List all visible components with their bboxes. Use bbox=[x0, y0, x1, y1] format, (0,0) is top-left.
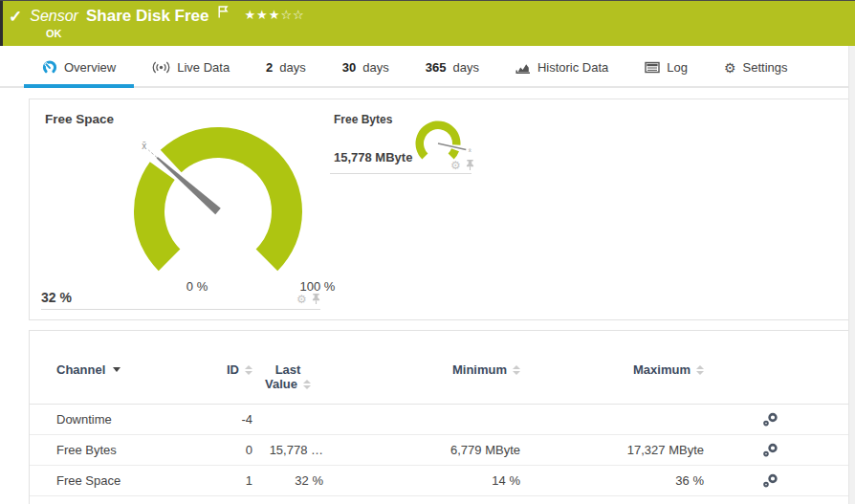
svg-text:x̄: x̄ bbox=[469, 147, 471, 153]
sort-arrows-icon bbox=[513, 365, 520, 375]
gauges-panel: Free Space x̄ 0 % 100 % 32 % ⚙ Free Byte… bbox=[29, 99, 849, 320]
free-space-gauge-controls: ⚙ bbox=[296, 293, 321, 305]
tab-overview[interactable]: Overview bbox=[24, 59, 134, 86]
channel-id: -4 bbox=[211, 412, 252, 427]
tab-365-days[interactable]: 365 days bbox=[407, 60, 497, 86]
channels-table: Channel ID Last Value Minimum Ma bbox=[30, 362, 848, 496]
free-space-current-value: 32 % bbox=[41, 290, 72, 305]
free-bytes-gauge-title: Free Bytes bbox=[334, 113, 392, 126]
column-header-minimum[interactable]: Minimum bbox=[323, 362, 520, 377]
tab-30-days[interactable]: 30 days bbox=[324, 60, 407, 86]
free-bytes-current-value: 15,778 MByte bbox=[334, 150, 412, 164]
active-tab-underline bbox=[24, 84, 134, 88]
channel-last-value: 32 % bbox=[252, 473, 323, 488]
gauge-icon bbox=[42, 59, 57, 75]
sensor-name: Share Disk Free bbox=[86, 7, 209, 26]
table-row-downtime[interactable]: Downtime -4 bbox=[30, 405, 848, 435]
svg-text:x̄: x̄ bbox=[142, 141, 146, 151]
channel-settings-icon[interactable] bbox=[762, 412, 779, 427]
channel-maximum: 36 % bbox=[520, 473, 704, 488]
gauge-settings-gear-icon[interactable]: ⚙ bbox=[296, 294, 307, 305]
gear-icon: ⚙ bbox=[724, 61, 736, 75]
channel-maximum: 17,327 MByte bbox=[520, 443, 704, 457]
sort-arrows-icon bbox=[245, 365, 252, 375]
scrollbar[interactable] bbox=[848, 46, 855, 504]
gauge-footer-divider bbox=[41, 309, 320, 310]
table-row-free-space[interactable]: Free Space 1 32 % 14 % 36 % bbox=[30, 466, 848, 496]
stars-filled: ★★★ bbox=[244, 8, 280, 22]
stars-empty: ☆☆ bbox=[280, 8, 304, 22]
gauge-scale-min: 0 % bbox=[168, 279, 226, 294]
channel-minimum: 6,779 MByte bbox=[323, 443, 520, 457]
sort-caret-down-icon bbox=[113, 367, 121, 372]
sort-arrows-icon bbox=[303, 380, 311, 389]
column-header-last-value[interactable]: Last Value bbox=[252, 362, 323, 391]
sensor-status-badge: OK bbox=[46, 28, 62, 39]
column-header-id[interactable]: ID bbox=[211, 362, 252, 377]
channel-minimum: 14 % bbox=[323, 473, 520, 488]
priority-stars[interactable]: ★★★☆☆ bbox=[244, 8, 304, 22]
window-top-edge bbox=[0, 0, 855, 1]
channel-id: 0 bbox=[211, 443, 252, 457]
channel-settings-icon[interactable] bbox=[762, 473, 779, 489]
column-header-channel[interactable]: Channel bbox=[30, 362, 211, 377]
table-header-row: Channel ID Last Value Minimum Ma bbox=[30, 362, 848, 405]
channel-id: 1 bbox=[211, 473, 252, 488]
channel-name: Free Bytes bbox=[30, 443, 211, 457]
tab-bar: Overview Live Data 2 days 30 days 365 bbox=[0, 46, 855, 88]
flag-icon[interactable] bbox=[218, 5, 229, 22]
table-row-free-bytes[interactable]: Free Bytes 0 15,778 … 6,779 MByte 17,327… bbox=[30, 435, 848, 466]
channel-last-value: 15,778 … bbox=[252, 443, 323, 457]
broadcast-icon bbox=[152, 61, 170, 74]
gauge-settings-gear-icon[interactable]: ⚙ bbox=[450, 160, 461, 171]
gauge-footer-divider bbox=[330, 173, 471, 174]
pin-icon[interactable] bbox=[465, 159, 475, 171]
channel-settings-icon[interactable] bbox=[762, 443, 779, 458]
tab-2-days[interactable]: 2 days bbox=[248, 60, 324, 86]
tab-historic-data[interactable]: Historic Data bbox=[497, 60, 626, 86]
channels-panel: Channel ID Last Value Minimum Ma bbox=[29, 330, 849, 504]
area-chart-icon bbox=[515, 61, 531, 75]
column-header-maximum[interactable]: Maximum bbox=[520, 362, 704, 377]
status-ok-check-icon: ✓ bbox=[9, 9, 22, 25]
sensor-header: ✓ Sensor Share Disk Free ★★★☆☆ OK bbox=[0, 0, 855, 46]
tab-live-data[interactable]: Live Data bbox=[134, 60, 248, 86]
header-left-edge bbox=[0, 0, 3, 46]
free-space-gauge-title: Free Space bbox=[45, 112, 114, 126]
channel-name: Downtime bbox=[30, 412, 211, 427]
free-space-gauge: x̄ bbox=[132, 125, 314, 280]
tab-log[interactable]: Log bbox=[626, 60, 706, 86]
channel-name: Free Space bbox=[30, 473, 211, 488]
free-bytes-gauge-controls: ⚙ bbox=[450, 159, 475, 171]
tab-settings[interactable]: ⚙ Settings bbox=[706, 60, 806, 86]
prtg-sensor-page: ✓ Sensor Share Disk Free ★★★☆☆ OK Overvi… bbox=[0, 0, 855, 504]
sort-arrows-icon bbox=[696, 365, 704, 375]
gauge-scale-max: 100 % bbox=[274, 279, 361, 294]
log-list-icon bbox=[645, 61, 660, 74]
object-kind-label: Sensor bbox=[30, 8, 78, 25]
pin-icon[interactable] bbox=[311, 293, 321, 305]
